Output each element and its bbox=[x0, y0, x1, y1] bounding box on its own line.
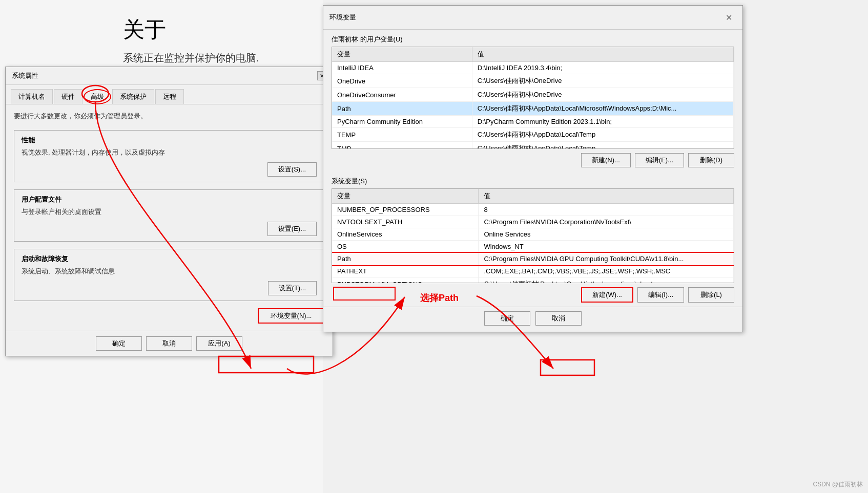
performance-section: 性能 视觉效果, 处理器计划，内存使用，以及虚拟内存 设置(S)... bbox=[14, 130, 324, 182]
sys-vars-col-value: 值 bbox=[479, 189, 734, 204]
sys-props-titlebar: 系统属性 ✕ bbox=[6, 67, 333, 85]
sys-var-row[interactable]: PathC:\Program Files\NVIDIA GPU Computin… bbox=[332, 253, 734, 265]
user-vars-col-value: 值 bbox=[472, 47, 733, 62]
sys-props-cancel-button[interactable]: 取消 bbox=[146, 336, 192, 351]
user-vars-edit-button[interactable]: 编辑(E)... bbox=[635, 153, 684, 167]
sys-var-value: C:\Program Files\NVIDIA GPU Computing To… bbox=[479, 253, 734, 265]
sys-vars-label: 系统变量(S) bbox=[323, 172, 742, 188]
user-var-name: OneDriveConsumer bbox=[332, 88, 472, 102]
user-var-name: IntelliJ IDEA bbox=[332, 62, 472, 74]
user-var-name: OneDrive bbox=[332, 74, 472, 88]
performance-desc: 视觉效果, 处理器计划，内存使用，以及虚拟内存 bbox=[22, 148, 317, 157]
user-var-value: C:\Users\佳雨初林\OneDrive bbox=[472, 74, 733, 88]
user-var-value: C:\Users\佳雨初林\AppData\Local\Temp bbox=[472, 128, 733, 142]
user-var-row[interactable]: TEMPC:\Users\佳雨初林\AppData\Local\Temp bbox=[332, 128, 734, 142]
sys-vars-new-button[interactable]: 新建(W)... bbox=[581, 287, 633, 303]
performance-title: 性能 bbox=[22, 136, 317, 145]
about-subtitle: 系统正在监控并保护你的电脑. bbox=[123, 51, 259, 65]
sys-props-tabs: 计算机名 硬件 高级 系统保护 远程 bbox=[6, 85, 333, 104]
about-title: 关于 bbox=[123, 15, 166, 44]
env-vars-bottom-buttons: 确定 取消 bbox=[323, 307, 742, 332]
env-vars-title: 环境变量 bbox=[329, 13, 356, 22]
user-vars-delete-button[interactable]: 删除(D) bbox=[688, 153, 734, 167]
user-vars-table: 变量 值 IntelliJ IDEAD:\IntelliJ IDEA 2019.… bbox=[332, 47, 734, 149]
sys-var-row[interactable]: PATHEXT.COM;.EXE;.BAT;.CMD;.VBS;.VBE;.JS… bbox=[332, 265, 734, 277]
sys-var-name: NUMBER_OF_PROCESSORS bbox=[332, 204, 479, 216]
sys-var-value: C:\Users\佳雨初林\Desktop\Crack\jetbra\vmopt… bbox=[479, 277, 734, 284]
sys-props-notice: 要进行大多数更改，你必须作为管理员登录。 bbox=[14, 112, 324, 121]
user-vars-label: 佳雨初林 的用户变量(U) bbox=[323, 30, 742, 47]
sys-var-name: NVTOOLSEXT_PATH bbox=[332, 216, 479, 228]
sys-props-apply-button[interactable]: 应用(A) bbox=[196, 336, 242, 351]
sys-vars-edit-button[interactable]: 编辑(I)... bbox=[637, 287, 684, 303]
env-vars-titlebar: 环境变量 ✕ bbox=[323, 6, 742, 30]
sys-var-value: Online Services bbox=[479, 228, 734, 241]
sys-props-content: 要进行大多数更改，你必须作为管理员登录。 性能 视觉效果, 处理器计划，内存使用… bbox=[6, 104, 333, 331]
tab-system-protection[interactable]: 系统保护 bbox=[112, 89, 154, 104]
user-var-row[interactable]: PyCharm Community EditionD:\PyCharm Comm… bbox=[332, 116, 734, 128]
tab-hardware[interactable]: 硬件 bbox=[54, 89, 82, 104]
tab-remote[interactable]: 远程 bbox=[155, 89, 184, 104]
user-var-row[interactable]: IntelliJ IDEAD:\IntelliJ IDEA 2019.3.4\b… bbox=[332, 62, 734, 74]
startup-recovery-settings-button[interactable]: 设置(T)... bbox=[268, 281, 317, 295]
env-vars-button[interactable]: 环境变量(N)... bbox=[258, 308, 324, 324]
sys-var-name: OnlineServices bbox=[332, 228, 479, 241]
env-vars-close-button[interactable]: ✕ bbox=[721, 10, 736, 25]
env-vars-cancel-button[interactable]: 取消 bbox=[535, 311, 582, 326]
system-properties-dialog: 系统属性 ✕ 计算机名 硬件 高级 系统保护 远程 要进行大多数更改，你必须作为… bbox=[5, 67, 333, 356]
user-var-name: Path bbox=[332, 102, 472, 116]
sys-var-row[interactable]: NVTOOLSEXT_PATHC:\Program Files\NVIDIA C… bbox=[332, 216, 734, 228]
user-vars-buttons: 新建(N)... 编辑(E)... 删除(D) bbox=[323, 149, 742, 172]
user-var-row[interactable]: TMPC:\Users\佳雨初林\AppData\Local\Temp bbox=[332, 142, 734, 149]
sys-vars-table: 变量 值 NUMBER_OF_PROCESSORS8NVTOOLSEXT_PAT… bbox=[332, 189, 734, 283]
watermark: CSDN @佳雨初林 bbox=[813, 480, 863, 489]
sys-props-title: 系统属性 bbox=[12, 71, 38, 80]
sys-var-row[interactable]: OSWindows_NT bbox=[332, 241, 734, 253]
user-vars-header-row: 变量 值 bbox=[332, 47, 734, 62]
sys-var-name: OS bbox=[332, 241, 479, 253]
tab-computer-name[interactable]: 计算机名 bbox=[11, 89, 53, 104]
user-profile-title: 用户配置文件 bbox=[22, 195, 317, 204]
sys-var-name: PATHEXT bbox=[332, 265, 479, 277]
sys-vars-col-name: 变量 bbox=[332, 189, 479, 204]
sys-props-bottom-buttons: 确定 取消 应用(A) bbox=[6, 331, 333, 356]
user-vars-new-button[interactable]: 新建(N)... bbox=[581, 153, 631, 167]
user-vars-col-name: 变量 bbox=[332, 47, 472, 62]
sys-var-row[interactable]: NUMBER_OF_PROCESSORS8 bbox=[332, 204, 734, 216]
user-var-value: C:\Users\佳雨初林\AppData\Local\Temp bbox=[472, 142, 733, 149]
user-profile-desc: 与登录帐户相关的桌面设置 bbox=[22, 207, 317, 217]
user-var-name: TEMP bbox=[332, 128, 472, 142]
user-var-row[interactable]: OneDriveC:\Users\佳雨初林\OneDrive bbox=[332, 74, 734, 88]
user-var-value: C:\Users\佳雨初林\AppData\Local\Microsoft\Wi… bbox=[472, 102, 733, 116]
sys-var-value: .COM;.EXE;.BAT;.CMD;.VBS;.VBE;.JS;.JSE;.… bbox=[479, 265, 734, 277]
sys-vars-header-row: 变量 值 bbox=[332, 189, 734, 204]
sys-var-value: 8 bbox=[479, 204, 734, 216]
user-var-name: PyCharm Community Edition bbox=[332, 116, 472, 128]
user-var-value: D:\PyCharm Community Edition 2023.1.1\bi… bbox=[472, 116, 733, 128]
startup-recovery-section: 启动和故障恢复 系统启动、系统故障和调试信息 设置(T)... bbox=[14, 249, 324, 301]
sys-props-ok-button[interactable]: 确定 bbox=[96, 336, 142, 351]
user-var-name: TMP bbox=[332, 142, 472, 149]
user-var-row[interactable]: OneDriveConsumerC:\Users\佳雨初林\OneDrive bbox=[332, 88, 734, 102]
performance-settings-button[interactable]: 设置(S)... bbox=[267, 162, 317, 177]
sys-vars-delete-button[interactable]: 删除(L) bbox=[688, 287, 734, 303]
sys-var-name: Path bbox=[332, 253, 479, 265]
sys-var-value: C:\Program Files\NVIDIA Corporation\NvTo… bbox=[479, 216, 734, 228]
sys-var-value: Windows_NT bbox=[479, 241, 734, 253]
env-vars-ok-button[interactable]: 确定 bbox=[484, 311, 530, 326]
user-var-value: D:\IntelliJ IDEA 2019.3.4\bin; bbox=[472, 62, 733, 74]
user-var-row[interactable]: PathC:\Users\佳雨初林\AppData\Local\Microsof… bbox=[332, 102, 734, 116]
user-vars-table-container: 变量 值 IntelliJ IDEAD:\IntelliJ IDEA 2019.… bbox=[332, 47, 734, 149]
sys-var-row[interactable]: PHPSTORM_VM_OPTIONSC:\Users\佳雨初林\Desktop… bbox=[332, 277, 734, 284]
sys-vars-table-container: 变量 值 NUMBER_OF_PROCESSORS8NVTOOLSEXT_PAT… bbox=[332, 188, 734, 283]
user-profile-section: 用户配置文件 与登录帐户相关的桌面设置 设置(E)... bbox=[14, 189, 324, 242]
sys-vars-buttons: 新建(W)... 编辑(I)... 删除(L) bbox=[323, 283, 742, 307]
sys-var-row[interactable]: OnlineServicesOnline Services bbox=[332, 228, 734, 241]
user-var-value: C:\Users\佳雨初林\OneDrive bbox=[472, 88, 733, 102]
sys-var-name: PHPSTORM_VM_OPTIONS bbox=[332, 277, 479, 284]
user-profile-settings-button[interactable]: 设置(E)... bbox=[267, 222, 317, 236]
tab-advanced[interactable]: 高级 bbox=[84, 89, 111, 104]
env-vars-dialog: 环境变量 ✕ 佳雨初林 的用户变量(U) 变量 值 IntelliJ IDEAD… bbox=[323, 5, 743, 332]
startup-recovery-desc: 系统启动、系统故障和调试信息 bbox=[22, 267, 317, 276]
svg-rect-2 bbox=[541, 360, 594, 375]
